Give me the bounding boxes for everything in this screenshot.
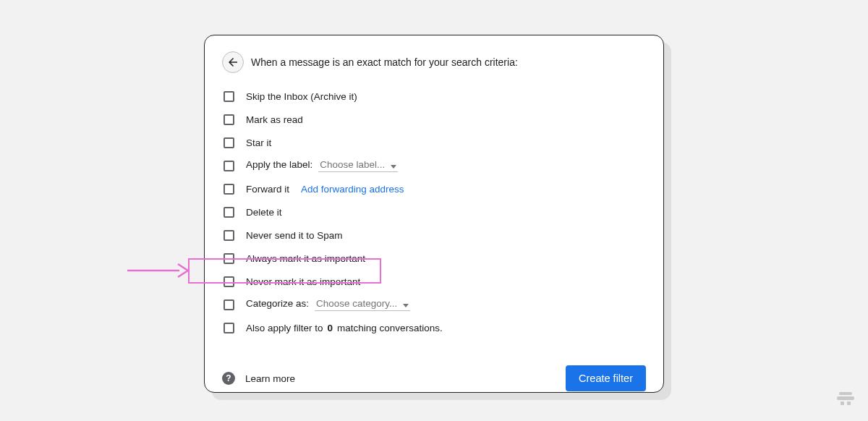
svg-rect-1 bbox=[839, 392, 852, 395]
dialog-title: When a message is an exact match for you… bbox=[251, 56, 518, 68]
label-forward-prefix: Forward it bbox=[246, 184, 289, 195]
svg-rect-3 bbox=[841, 401, 844, 405]
label-never-spam: Never send it to Spam bbox=[246, 230, 343, 241]
label-skip-inbox: Skip the Inbox (Archive it) bbox=[246, 91, 357, 102]
label-star: Star it bbox=[246, 137, 271, 148]
option-also-apply: Also apply filter to 0 matching conversa… bbox=[224, 316, 646, 339]
checkbox-delete[interactable] bbox=[224, 207, 234, 218]
select-label[interactable]: Choose label... bbox=[318, 159, 398, 172]
option-always-important: Always mark it as important bbox=[224, 247, 646, 270]
label-also-apply: Also apply filter to 0 matching conversa… bbox=[246, 323, 443, 333]
svg-rect-4 bbox=[847, 401, 851, 405]
select-category[interactable]: Choose category... bbox=[315, 298, 410, 311]
label-delete: Delete it bbox=[246, 207, 282, 218]
create-filter-button[interactable]: Create filter bbox=[566, 365, 646, 391]
option-never-important: Never mark it as important bbox=[224, 270, 646, 293]
checkbox-skip-inbox[interactable] bbox=[224, 91, 234, 102]
dialog-header: When a message is an exact match for you… bbox=[222, 51, 646, 73]
option-never-spam: Never send it to Spam bbox=[224, 224, 646, 247]
back-button[interactable] bbox=[222, 51, 244, 73]
link-forwarding-address[interactable]: Add forwarding address bbox=[301, 184, 404, 195]
checkbox-forward[interactable] bbox=[224, 184, 234, 195]
checkbox-never-important[interactable] bbox=[224, 276, 234, 287]
help-icon[interactable]: ? bbox=[222, 372, 235, 385]
label-categorize-prefix: Categorize as: bbox=[246, 298, 309, 309]
footer-left: ? Learn more bbox=[222, 372, 295, 385]
checkbox-categorize[interactable] bbox=[224, 299, 234, 310]
dialog-footer: ? Learn more Create filter bbox=[222, 365, 646, 391]
option-delete: Delete it bbox=[224, 200, 646, 224]
also-apply-prefix: Also apply filter to bbox=[246, 323, 323, 333]
label-forward: Forward it Add forwarding address bbox=[246, 184, 404, 195]
arrow-left-icon bbox=[226, 56, 239, 69]
checkbox-mark-read[interactable] bbox=[224, 114, 234, 125]
label-never-important: Never mark it as important bbox=[246, 276, 360, 287]
option-apply-label: Apply the label: Choose label... bbox=[224, 154, 646, 177]
checkbox-apply-label[interactable] bbox=[224, 161, 234, 171]
label-always-important: Always mark it as important bbox=[246, 253, 365, 264]
learn-more-link[interactable]: Learn more bbox=[245, 373, 295, 384]
also-apply-count: 0 bbox=[328, 323, 333, 333]
label-mark-read: Mark as read bbox=[246, 114, 303, 125]
watermark-icon bbox=[836, 388, 855, 408]
label-apply-label: Apply the label: Choose label... bbox=[246, 159, 398, 172]
option-forward: Forward it Add forwarding address bbox=[224, 177, 646, 200]
option-star: Star it bbox=[224, 131, 646, 154]
label-categorize: Categorize as: Choose category... bbox=[246, 298, 410, 311]
option-skip-inbox: Skip the Inbox (Archive it) bbox=[224, 85, 646, 108]
checkbox-always-important[interactable] bbox=[224, 253, 234, 264]
checkbox-never-spam[interactable] bbox=[224, 230, 234, 241]
annotation-arrow-icon bbox=[127, 261, 191, 280]
checkbox-also-apply[interactable] bbox=[224, 323, 234, 333]
filter-dialog: When a message is an exact match for you… bbox=[204, 35, 664, 393]
option-mark-read: Mark as read bbox=[224, 108, 646, 131]
filter-options-list: Skip the Inbox (Archive it) Mark as read… bbox=[222, 85, 646, 339]
option-categorize: Categorize as: Choose category... bbox=[224, 293, 646, 316]
checkbox-star[interactable] bbox=[224, 137, 234, 148]
also-apply-suffix: matching conversations. bbox=[337, 323, 443, 333]
label-apply-label-prefix: Apply the label: bbox=[246, 159, 312, 170]
svg-rect-2 bbox=[837, 396, 854, 400]
